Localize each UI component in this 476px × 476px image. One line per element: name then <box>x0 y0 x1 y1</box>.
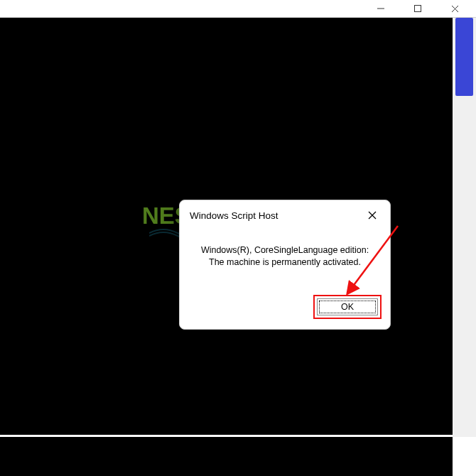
dialog-close-button[interactable] <box>363 206 382 225</box>
bottom-scroll-gap <box>453 437 476 476</box>
dialog-message-line2: The machine is permanently activated. <box>209 256 361 269</box>
annotation-highlight-box: OK <box>313 295 382 319</box>
maximize-icon <box>413 4 422 13</box>
svg-rect-1 <box>415 6 421 12</box>
minimize-button[interactable] <box>362 0 399 18</box>
dialog-windows-script-host: Windows Script Host Windows(R), CoreSing… <box>179 200 391 330</box>
ok-button[interactable]: OK <box>317 298 378 315</box>
vertical-scrollbar[interactable] <box>453 18 476 437</box>
scrollbar-thumb[interactable] <box>455 18 473 96</box>
ok-button-label: OK <box>341 302 354 312</box>
dialog-title: Windows Script Host <box>190 210 278 221</box>
close-button[interactable] <box>436 0 473 18</box>
close-icon <box>450 4 460 13</box>
dialog-body: Windows(R), CoreSingleLanguage edition: … <box>180 227 390 288</box>
maximize-button[interactable] <box>399 0 436 18</box>
dialog-message-line1: Windows(R), CoreSingleLanguage edition: <box>201 244 369 256</box>
close-icon <box>367 210 377 220</box>
minimize-icon <box>377 4 385 13</box>
dialog-footer: OK <box>180 288 390 329</box>
parent-window-titlebar <box>0 0 476 18</box>
dialog-titlebar: Windows Script Host <box>180 200 390 227</box>
bottom-strip <box>0 437 453 476</box>
